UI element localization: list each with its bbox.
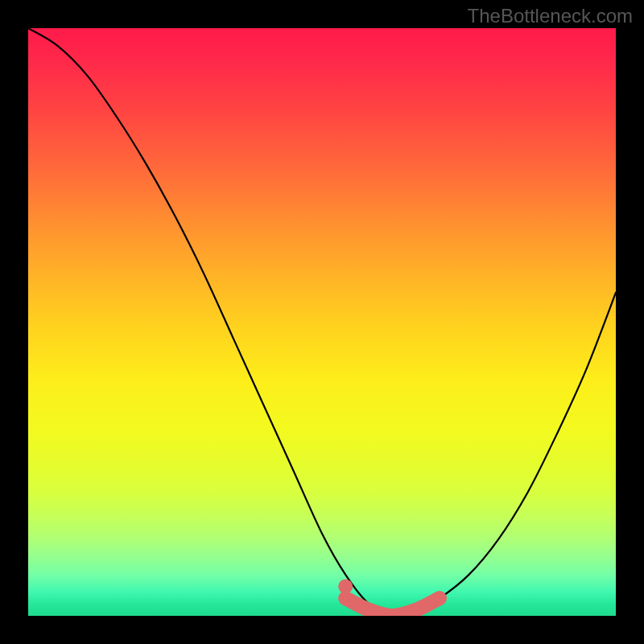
highlight-dot	[338, 580, 353, 594]
curve-left	[28, 28, 393, 616]
highlight-band	[345, 598, 440, 616]
chart-plot-area	[28, 28, 616, 616]
watermark-text: TheBottleneck.com	[468, 5, 633, 27]
curve-right	[393, 293, 616, 617]
chart-svg	[28, 28, 616, 616]
